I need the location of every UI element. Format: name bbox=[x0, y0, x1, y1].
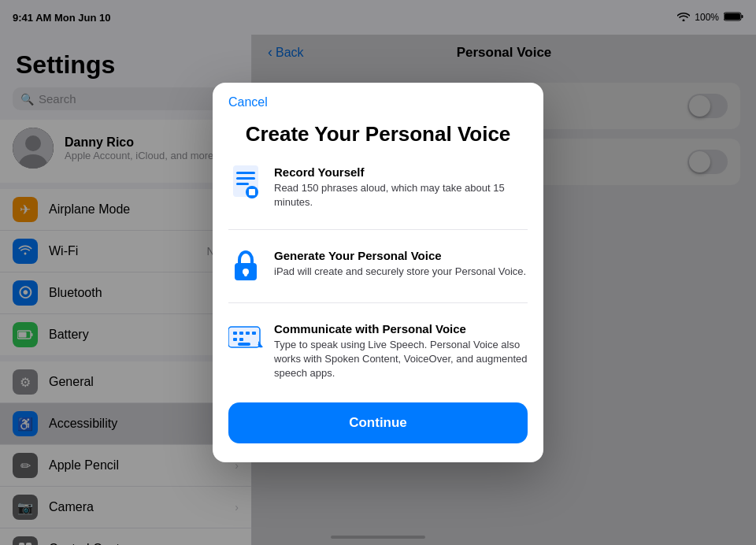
cancel-button[interactable]: Cancel bbox=[213, 83, 543, 109]
generate-item-title: Generate Your Personal Voice bbox=[274, 249, 526, 262]
modal-item-record: Record Yourself Read 150 phrases aloud, … bbox=[228, 165, 528, 209]
svg-rect-29 bbox=[238, 343, 250, 346]
lock-icon bbox=[228, 249, 263, 284]
communicate-item-desc: Type to speak using Live Speech. Persona… bbox=[274, 338, 528, 381]
svg-rect-27 bbox=[233, 338, 237, 341]
svg-rect-18 bbox=[249, 189, 255, 195]
divider-1 bbox=[228, 229, 528, 230]
record-item-text: Record Yourself Read 150 phrases aloud, … bbox=[274, 165, 528, 209]
modal-item-generate: Generate Your Personal Voice iPad will c… bbox=[228, 249, 528, 284]
svg-rect-26 bbox=[252, 332, 256, 335]
record-icon bbox=[228, 165, 263, 200]
svg-rect-14 bbox=[236, 172, 255, 174]
modal-footer: Continue bbox=[213, 396, 543, 462]
svg-rect-28 bbox=[239, 338, 243, 341]
generate-item-desc: iPad will create and securely store your… bbox=[274, 265, 526, 279]
svg-rect-21 bbox=[244, 272, 247, 276]
communicate-item-text: Communicate with Personal Voice Type to … bbox=[274, 322, 528, 381]
divider-2 bbox=[228, 302, 528, 303]
modal: Cancel Create Your Personal Voice Rec bbox=[213, 83, 543, 462]
generate-item-text: Generate Your Personal Voice iPad will c… bbox=[274, 249, 526, 279]
svg-rect-25 bbox=[246, 332, 250, 335]
communicate-item-title: Communicate with Personal Voice bbox=[274, 322, 528, 336]
continue-button[interactable]: Continue bbox=[228, 402, 528, 443]
keyboard-icon bbox=[228, 322, 263, 357]
modal-items: Record Yourself Read 150 phrases aloud, … bbox=[213, 165, 543, 396]
modal-overlay: Cancel Create Your Personal Voice Rec bbox=[0, 0, 756, 545]
modal-item-communicate: Communicate with Personal Voice Type to … bbox=[228, 322, 528, 381]
svg-rect-16 bbox=[236, 183, 249, 185]
svg-rect-24 bbox=[239, 332, 243, 335]
modal-title: Create Your Personal Voice bbox=[213, 109, 543, 165]
svg-rect-23 bbox=[233, 332, 237, 335]
record-item-title: Record Yourself bbox=[274, 165, 528, 179]
record-item-desc: Read 150 phrases aloud, which may take a… bbox=[274, 181, 528, 209]
svg-rect-15 bbox=[236, 177, 255, 180]
